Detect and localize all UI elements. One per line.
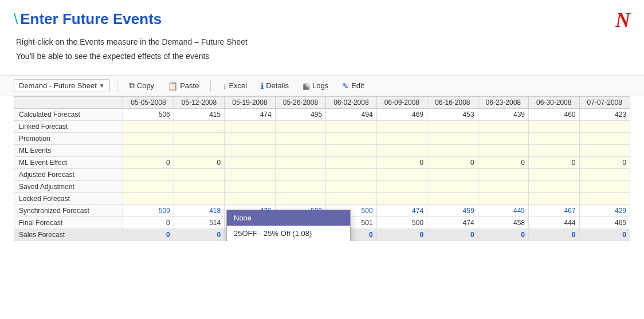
cell-value <box>174 121 224 133</box>
dropdown-item[interactable]: None <box>227 210 350 226</box>
table-row: Linked Forecast <box>14 121 630 133</box>
logs-icon: ▦ <box>303 81 310 90</box>
header-date-06-30-2008: 06-30-2008 <box>529 97 579 109</box>
cell-value: 0 <box>427 229 478 241</box>
header-date-05-19-2008: 05-19-2008 <box>225 97 275 109</box>
cell-value <box>326 169 376 181</box>
cell-value: 429 <box>579 205 630 217</box>
excel-button[interactable]: ↓ Excel <box>218 80 252 92</box>
cell-value: 0 <box>478 157 528 169</box>
toolbar-separator-2 <box>210 80 211 92</box>
cell-value: 459 <box>427 205 478 217</box>
excel-icon: ↓ <box>222 81 226 90</box>
cell-value <box>478 145 528 157</box>
cell-value <box>275 121 325 133</box>
row-label: ML Event Effect <box>14 157 123 169</box>
cell-value: 474 <box>225 109 275 121</box>
cell-value <box>478 181 528 193</box>
cell-value <box>123 145 174 157</box>
cell-value <box>225 157 275 169</box>
cell-value <box>427 145 478 157</box>
header-date-05-05-2008: 05-05-2008 <box>123 97 174 109</box>
copy-button[interactable]: ⧉ Copy <box>124 79 159 92</box>
copy-icon: ⧉ <box>129 81 135 90</box>
header-date-05-26-2008: 05-26-2008 <box>275 97 325 109</box>
row-label: Final Forecast <box>14 217 123 229</box>
details-button[interactable]: ℹ Details <box>256 80 293 92</box>
cell-value <box>478 121 528 133</box>
header-label-col <box>14 97 123 109</box>
cell-value <box>579 133 630 145</box>
table-row: ML Events <box>14 145 630 157</box>
cell-value <box>225 181 275 193</box>
cell-value: 0 <box>376 229 427 241</box>
cell-value: 500 <box>376 217 427 229</box>
row-label: Linked Forecast <box>14 121 123 133</box>
cell-value <box>174 145 224 157</box>
cell-value: 418 <box>174 205 224 217</box>
header-date-06-23-2008: 06-23-2008 <box>478 97 528 109</box>
table-row: Locked Forecast <box>14 193 630 205</box>
cell-value <box>275 145 325 157</box>
cell-value <box>123 121 174 133</box>
toolbar: Demand - Future Sheet ▼ ⧉ Copy 📋 Paste ↓… <box>0 75 644 96</box>
cell-value <box>123 133 174 145</box>
cell-value <box>529 169 579 181</box>
logs-label: Logs <box>312 81 328 90</box>
logo: N <box>615 8 630 32</box>
cell-value <box>275 193 325 205</box>
page-title: \Enter Future Events <box>14 10 630 28</box>
cell-value <box>225 193 275 205</box>
cell-value <box>427 193 478 205</box>
cell-value: 0 <box>478 229 528 241</box>
details-icon: ℹ <box>261 81 264 90</box>
cell-value <box>529 133 579 145</box>
cell-value <box>123 181 174 193</box>
cell-value <box>326 157 376 169</box>
cell-value: 0 <box>579 229 630 241</box>
logs-button[interactable]: ▦ Logs <box>298 80 333 92</box>
cell-value: 0 <box>579 157 630 169</box>
cell-value: 460 <box>529 109 579 121</box>
edit-button[interactable]: ✎ Edit <box>337 80 368 92</box>
cell-value <box>174 193 224 205</box>
cell-value: 0 <box>529 157 579 169</box>
events-dropdown[interactable]: None25OFF - 25% Off (1.08)BOGO - Buy One… <box>226 210 351 241</box>
cell-value <box>376 193 427 205</box>
edit-icon: ✎ <box>342 81 349 90</box>
cell-value <box>427 133 478 145</box>
cell-value <box>275 133 325 145</box>
cell-value <box>579 169 630 181</box>
cell-value: 509 <box>123 205 174 217</box>
cell-value: 474 <box>427 217 478 229</box>
cell-value: 444 <box>529 217 579 229</box>
cell-value: 0 <box>427 157 478 169</box>
cell-value <box>427 169 478 181</box>
paste-icon: 📋 <box>168 81 178 90</box>
cell-value <box>579 193 630 205</box>
row-label: Sales Forecast <box>14 229 123 241</box>
cell-value: 439 <box>478 109 528 121</box>
cell-value <box>326 121 376 133</box>
cell-value: 0 <box>376 157 427 169</box>
cell-value <box>529 145 579 157</box>
cell-value <box>376 169 427 181</box>
sheet-selector[interactable]: Demand - Future Sheet ▼ <box>14 79 110 92</box>
cell-value <box>579 121 630 133</box>
cell-value: 494 <box>326 109 376 121</box>
cell-value: 0 <box>529 229 579 241</box>
dropdown-item[interactable]: 25OFF - 25% Off (1.08) <box>227 226 350 241</box>
cell-value: 0 <box>123 157 174 169</box>
table-row: Calculated Forecast506415474495494469453… <box>14 109 630 121</box>
cell-value: 514 <box>174 217 224 229</box>
paste-button[interactable]: 📋 Paste <box>163 80 203 92</box>
cell-value <box>376 181 427 193</box>
cell-value <box>376 133 427 145</box>
grid-container: 05-05-200805-12-200805-19-200805-26-2008… <box>0 96 644 241</box>
copy-label: Copy <box>137 81 154 90</box>
cell-value <box>123 193 174 205</box>
header-date-06-02-2008: 06-02-2008 <box>326 97 376 109</box>
row-label: Saved Adjustment <box>14 181 123 193</box>
cell-value <box>376 145 427 157</box>
cell-value <box>275 169 325 181</box>
